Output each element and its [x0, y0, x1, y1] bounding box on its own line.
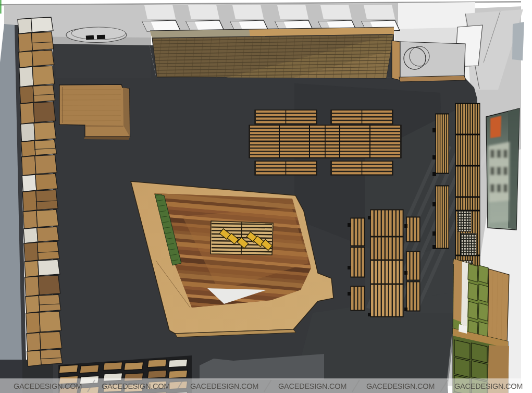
svg-text:GACEDESIGN.COM: GACEDESIGN.COM [102, 382, 170, 390]
svg-text:GACEDESIGN.COM: GACEDESIGN.COM [278, 382, 347, 390]
svg-text:GACEDESIGN.COM: GACEDESIGN.COM [454, 382, 523, 390]
svg-text:GACEDESIGN.COM: GACEDESIGN.COM [366, 382, 435, 390]
svg-text:GACEDESIGN.COM: GACEDESIGN.COM [190, 382, 258, 390]
svg-text:GACEDESIGN.COM: GACEDESIGN.COM [14, 382, 82, 390]
